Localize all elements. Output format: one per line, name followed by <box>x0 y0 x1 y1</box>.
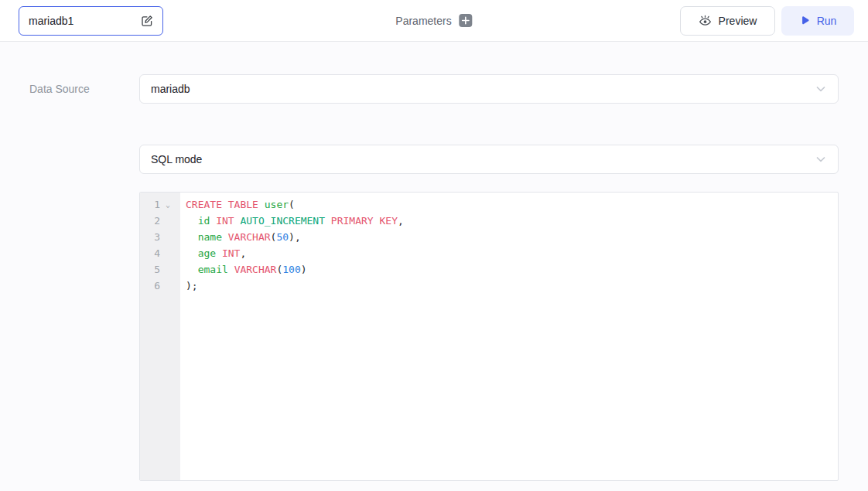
code-line[interactable]: email VARCHAR(100) <box>186 261 838 278</box>
preview-label: Preview <box>719 15 757 27</box>
line-number: 3 <box>140 229 180 245</box>
parameters-group: Parameters <box>395 0 472 41</box>
editor-code[interactable]: CREATE TABLE user( id INT AUTO_INCREMENT… <box>180 193 838 480</box>
sql-editor[interactable]: 1⌄23456 CREATE TABLE user( id INT AUTO_I… <box>139 192 839 481</box>
query-name-box[interactable] <box>19 6 163 36</box>
code-line[interactable]: name VARCHAR(50), <box>186 229 838 245</box>
editor-gutter: 1⌄23456 <box>140 193 180 480</box>
header-actions: Preview Run <box>680 6 854 36</box>
rename-button[interactable] <box>141 15 153 27</box>
fold-arrow-icon[interactable]: ⌄ <box>160 201 176 209</box>
data-source-label: Data Source <box>29 74 90 104</box>
chevron-down-icon <box>815 83 827 95</box>
eye-icon <box>699 15 712 28</box>
data-source-select[interactable]: mariadb <box>139 74 839 104</box>
sql-mode-select[interactable]: SQL mode <box>139 145 839 174</box>
play-icon <box>799 15 810 26</box>
code-line[interactable]: age INT, <box>186 245 838 261</box>
parameters-label: Parameters <box>395 15 451 27</box>
line-number: 6 <box>140 278 180 294</box>
run-button[interactable]: Run <box>781 6 854 36</box>
add-parameter-button[interactable] <box>460 14 473 27</box>
preview-button[interactable]: Preview <box>680 6 775 36</box>
query-name-input[interactable] <box>29 15 135 27</box>
data-source-value: mariadb <box>151 83 815 95</box>
run-label: Run <box>817 15 837 27</box>
code-line[interactable]: ); <box>186 278 838 294</box>
line-number: 4 <box>140 245 180 261</box>
line-number: 5 <box>140 261 180 278</box>
chevron-down-icon <box>815 153 827 165</box>
sql-mode-value: SQL mode <box>151 153 815 165</box>
edit-pencil-icon <box>141 15 153 27</box>
line-number[interactable]: 1⌄ <box>140 196 180 213</box>
plus-icon <box>462 16 470 25</box>
code-line[interactable]: CREATE TABLE user( <box>186 196 838 213</box>
line-number: 2 <box>140 213 180 229</box>
code-line[interactable]: id INT AUTO_INCREMENT PRIMARY KEY, <box>186 213 838 229</box>
app-header: Parameters Preview <box>0 0 868 42</box>
